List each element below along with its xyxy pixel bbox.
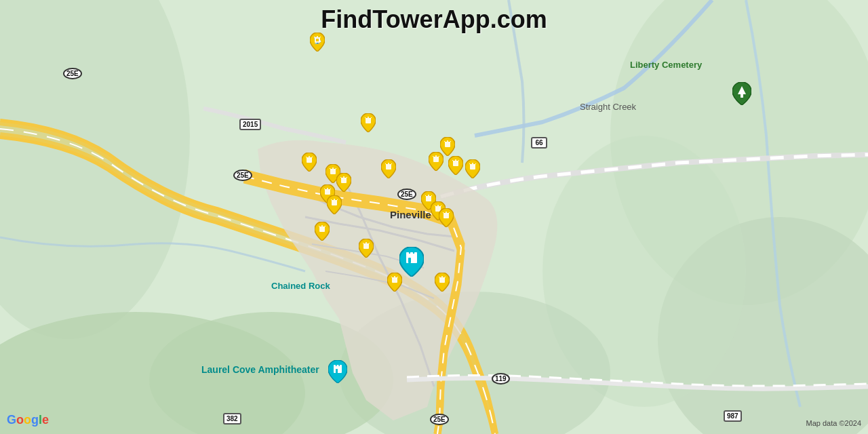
svg-rect-58 bbox=[453, 161, 458, 166]
road-shield-2015: 2015 bbox=[239, 119, 261, 130]
svg-rect-96 bbox=[340, 365, 342, 367]
road-shield-119: 119 bbox=[492, 373, 510, 384]
svg-rect-62 bbox=[470, 164, 475, 170]
liberty-cemetery-label: Liberty Cemetery bbox=[630, 60, 702, 70]
straight-creek-label: Straight Creek bbox=[580, 102, 636, 112]
svg-rect-97 bbox=[336, 369, 338, 373]
svg-rect-22 bbox=[330, 169, 336, 174]
pineville-label: Pineville bbox=[390, 209, 431, 220]
road-shield-25e-2: 25E bbox=[233, 170, 252, 181]
tower-marker[interactable] bbox=[448, 156, 463, 175]
map-container[interactable]: FindTowerApp.com 📡 bbox=[0, 0, 868, 434]
road-shield-66: 66 bbox=[531, 137, 547, 149]
svg-rect-10 bbox=[316, 39, 319, 41]
svg-rect-82 bbox=[439, 277, 445, 283]
tower-marker[interactable] bbox=[381, 159, 396, 178]
tower-marker[interactable] bbox=[336, 173, 351, 192]
tower-marker[interactable] bbox=[435, 273, 450, 292]
svg-rect-18 bbox=[307, 157, 312, 163]
svg-rect-87 bbox=[406, 252, 409, 255]
tower-marker[interactable] bbox=[302, 153, 317, 172]
svg-rect-30 bbox=[325, 189, 330, 195]
road-shield-25e-3: 25E bbox=[397, 189, 416, 200]
svg-rect-94 bbox=[334, 365, 336, 367]
svg-rect-78 bbox=[392, 277, 397, 283]
map-attribution: Map data ©2024 bbox=[806, 419, 862, 427]
google-logo: Google bbox=[7, 413, 49, 427]
svg-rect-88 bbox=[410, 252, 413, 255]
svg-rect-38 bbox=[319, 226, 325, 232]
svg-rect-34 bbox=[332, 200, 337, 205]
svg-rect-89 bbox=[414, 252, 417, 255]
svg-rect-95 bbox=[337, 365, 339, 367]
svg-rect-46 bbox=[386, 164, 391, 170]
road-shield-25e: 25E bbox=[63, 68, 82, 79]
selected-tower-marker[interactable] bbox=[399, 247, 424, 277]
svg-rect-92 bbox=[741, 94, 743, 98]
svg-rect-66 bbox=[426, 196, 431, 201]
chained-rock-label: Chained Rock bbox=[271, 281, 330, 291]
road-shield-987: 987 bbox=[724, 410, 742, 422]
tower-marker[interactable] bbox=[361, 113, 376, 132]
svg-rect-54 bbox=[433, 157, 439, 162]
tower-marker[interactable] bbox=[429, 152, 443, 171]
tower-marker[interactable] bbox=[315, 222, 330, 241]
svg-rect-50 bbox=[445, 142, 450, 147]
svg-rect-86 bbox=[406, 254, 417, 263]
svg-rect-26 bbox=[341, 178, 347, 183]
svg-rect-74 bbox=[443, 213, 449, 218]
amphitheater-marker[interactable] bbox=[328, 360, 347, 383]
tower-marker[interactable] bbox=[465, 159, 480, 178]
laurel-cove-label: Laurel Cove Amphitheater bbox=[201, 363, 319, 376]
road-shield-382: 382 bbox=[223, 413, 241, 425]
svg-rect-42 bbox=[363, 243, 369, 249]
tower-marker[interactable] bbox=[359, 239, 374, 258]
cemetery-marker[interactable] bbox=[732, 82, 751, 105]
tower-marker[interactable] bbox=[439, 208, 454, 227]
svg-rect-90 bbox=[408, 258, 411, 263]
tower-marker[interactable] bbox=[327, 195, 342, 214]
app-title: FindTowerApp.com bbox=[321, 5, 547, 34]
tower-marker[interactable]: 📡 bbox=[310, 33, 325, 52]
road-shield-25e-4: 25E bbox=[430, 414, 449, 425]
svg-rect-14 bbox=[366, 118, 371, 123]
